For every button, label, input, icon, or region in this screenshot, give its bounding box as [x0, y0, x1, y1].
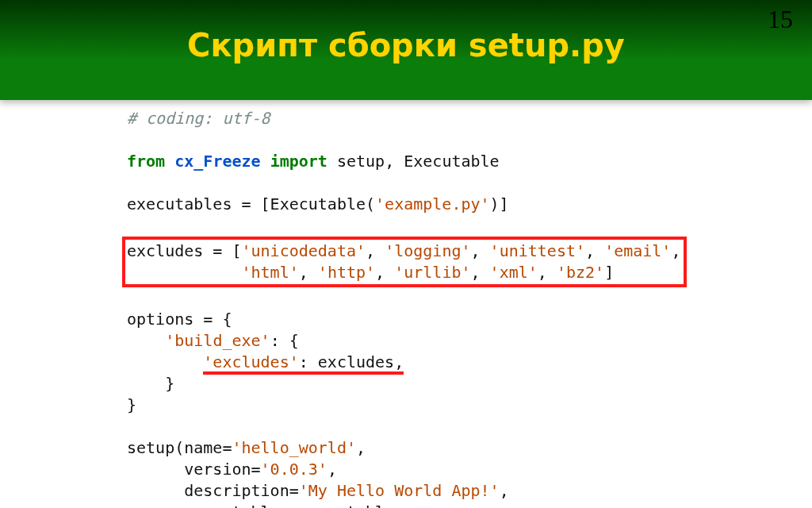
code-comment: # coding: utf-8: [127, 109, 270, 128]
opts-colon: : {: [270, 331, 299, 350]
excludes-open: excludes = [: [127, 241, 242, 260]
key-excludes: 'excludes': [203, 352, 298, 371]
str-version: '0.0.3': [261, 460, 327, 479]
excl-s5: 'html': [242, 263, 299, 282]
excl-s1: 'unicodedata': [242, 241, 366, 260]
kw-from: from: [127, 152, 165, 171]
excludes-key-underline: 'excludes': excludes,: [203, 352, 404, 375]
brace-close-2: }: [127, 395, 136, 414]
excl-s2: 'logging': [385, 241, 470, 260]
excl-s6: 'http': [318, 263, 375, 282]
key-build-exe: 'build_exe': [165, 331, 270, 350]
setup-execs: executables=executables,: [184, 502, 413, 508]
import-module: cx_Freeze: [174, 152, 260, 171]
setup-open: setup(name=: [127, 438, 232, 457]
excludes-highlight-box: excludes = ['unicodedata', 'logging', 'u…: [122, 237, 687, 287]
excl-s4: 'email': [604, 241, 671, 260]
options-open: options = {: [127, 310, 232, 329]
setup-version-k: version=: [184, 460, 260, 479]
import-names: setup, Executable: [337, 152, 500, 171]
exec-line-a: executables = [Executable(: [127, 194, 375, 214]
slide-header: 15 Скрипт сборки setup.py: [0, 0, 812, 100]
str-example: 'example.py': [375, 194, 490, 214]
code-block: # coding: utf-8 from cx_Freeze import se…: [127, 108, 714, 508]
excl-s8: 'xml': [490, 263, 538, 282]
exec-line-b: )]: [490, 194, 509, 214]
excl-s7: 'urllib': [394, 263, 470, 282]
str-desc: 'My Hello World App!': [299, 481, 500, 500]
str-name: 'hello_world': [232, 438, 356, 457]
setup-desc-k: description=: [184, 481, 299, 500]
kw-import: import: [270, 152, 327, 171]
brace-close-1: }: [165, 374, 174, 393]
excludes-val: : excludes,: [299, 352, 404, 371]
excl-s9: 'bz2': [557, 263, 604, 282]
slide-title: Скрипт сборки setup.py: [0, 27, 812, 64]
excl-s3: 'unittest': [490, 241, 585, 260]
